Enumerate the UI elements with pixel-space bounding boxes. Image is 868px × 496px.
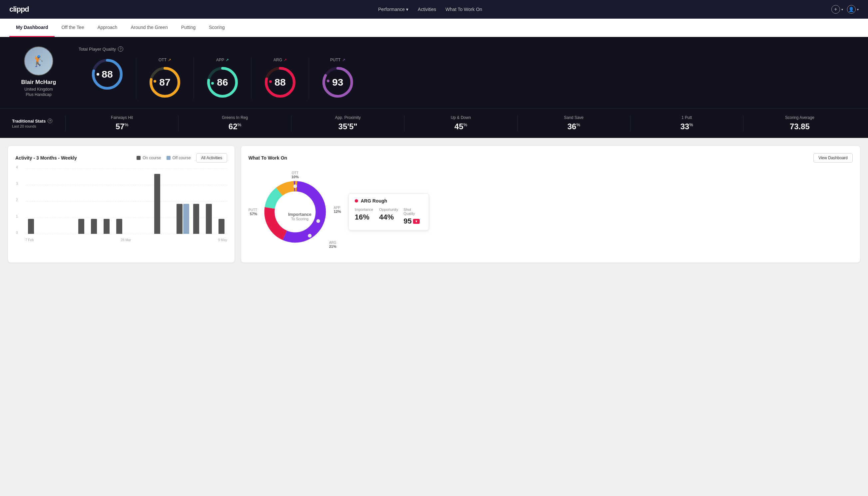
score-value-app: 86 xyxy=(217,77,228,88)
top-navigation: clippd Performance ▾ Activities What To … xyxy=(0,0,868,19)
nav-right-actions: + ▾ 👤 ▾ xyxy=(831,5,859,14)
nav-performance[interactable]: Performance ▾ xyxy=(378,7,408,12)
off-course-dot xyxy=(167,156,171,160)
stat-fairways-hit: Fairways Hit 57% xyxy=(65,115,178,131)
arrow-up-icon: ↗ xyxy=(168,58,171,62)
chevron-down-icon: ▾ xyxy=(406,7,408,12)
tab-around-the-green[interactable]: Around the Green xyxy=(124,19,174,37)
player-country: United Kingdom xyxy=(24,87,53,92)
nav-links: Performance ▾ Activities What To Work On xyxy=(378,7,482,12)
bar-on-course xyxy=(91,219,97,234)
bar-on-course xyxy=(116,219,122,234)
svg-point-19 xyxy=(294,185,297,188)
user-chevron-icon: ▾ xyxy=(857,7,859,11)
activity-card-title: Activity - 3 Months - Weekly xyxy=(15,155,77,160)
hero-section: 🏌️ Blair McHarg United Kingdom Plus Hand… xyxy=(0,37,868,108)
user-button[interactable]: 👤 ▾ xyxy=(847,5,859,14)
stats-sublabel: Last 20 rounds xyxy=(12,124,65,128)
arrow-up-icon-arg: ↗ xyxy=(283,58,287,62)
info-box: ARG Rough Importance 16% Opportunity 44%… xyxy=(348,193,429,231)
score-circle-putt: 93 xyxy=(321,66,354,99)
score-value-ott: 87 xyxy=(159,77,170,88)
nav-what-to-work-on[interactable]: What To Work On xyxy=(446,7,482,12)
help-icon[interactable]: ? xyxy=(118,46,123,52)
logo[interactable]: clippd xyxy=(9,5,29,14)
add-button[interactable]: + ▾ xyxy=(831,5,843,14)
arrow-up-icon-app: ↗ xyxy=(225,58,229,62)
tab-scoring[interactable]: Scoring xyxy=(202,19,231,37)
donut-label-app: APP 12% xyxy=(334,206,341,214)
bar-group xyxy=(76,219,87,234)
svg-point-8 xyxy=(211,82,214,84)
info-opportunity: Opportunity 44% xyxy=(379,207,398,226)
bar-group xyxy=(101,219,112,234)
score-value-overall: 88 xyxy=(101,68,113,80)
tab-my-dashboard[interactable]: My Dashboard xyxy=(9,19,54,37)
info-box-title: ARG Rough xyxy=(355,198,423,203)
bar-on-course xyxy=(206,204,212,234)
bar-group xyxy=(203,204,215,234)
stats-label-group: Traditional Stats ? Last 20 rounds xyxy=(12,119,65,128)
player-handicap: Plus Handicap xyxy=(26,92,51,97)
x-axis-labels: 7 Feb 28 Mar 9 May xyxy=(25,238,227,242)
wtw-card: What To Work On View Dashboard OTT 10% A… xyxy=(241,146,860,263)
stat-scoring-average: Scoring Average 73.85 xyxy=(743,115,856,131)
bar-off-course xyxy=(183,204,189,234)
stats-title: Traditional Stats ? xyxy=(12,119,65,124)
stat-1-putt: 1 Putt 33% xyxy=(630,115,743,131)
down-badge: ▼ xyxy=(413,219,420,224)
info-importance: Importance 16% xyxy=(355,207,374,226)
info-dot xyxy=(355,199,358,203)
wtw-body: OTT 10% APP 12% ARG 21% PUTT 57% xyxy=(249,169,853,255)
bar-on-course xyxy=(28,219,34,234)
add-chevron-icon: ▾ xyxy=(841,7,843,11)
stat-greens-in-reg: Greens In Reg 62% xyxy=(178,115,291,131)
tab-putting[interactable]: Putting xyxy=(175,19,203,37)
score-label-app: APP ↗ xyxy=(216,58,229,62)
donut-chart: OTT 10% APP 12% ARG 21% PUTT 57% xyxy=(249,169,342,255)
score-circle-overall: 88 xyxy=(91,58,124,91)
activity-card-header: Activity - 3 Months - Weekly On course O… xyxy=(15,153,227,162)
nav-activities[interactable]: Activities xyxy=(418,7,436,12)
all-activities-button[interactable]: All Activities xyxy=(196,153,227,162)
bar-on-course xyxy=(154,174,160,234)
svg-point-11 xyxy=(269,80,272,83)
score-label-ott: OTT ↗ xyxy=(159,58,171,62)
tpq-section: Total Player Quality ? 88 xyxy=(79,46,856,99)
bar-on-course xyxy=(104,219,110,234)
on-course-dot xyxy=(137,156,141,160)
score-value-arg: 88 xyxy=(274,77,285,88)
svg-point-14 xyxy=(327,80,329,82)
legend-off-course: Off course xyxy=(167,156,191,160)
bar-on-course xyxy=(219,219,224,234)
stats-help-icon[interactable]: ? xyxy=(48,119,52,123)
bar-group xyxy=(25,219,37,234)
score-ott: OTT ↗ 87 xyxy=(136,58,194,99)
stat-sand-save: Sand Save 36% xyxy=(517,115,630,131)
avatar: 🏌️ xyxy=(24,46,53,76)
main-content: Activity - 3 Months - Weekly On course O… xyxy=(0,138,868,270)
score-circle-ott: 87 xyxy=(148,66,182,99)
tpq-label: Total Player Quality ? xyxy=(79,46,856,52)
stat-app-proximity: App. Proximity 35'5" xyxy=(291,115,404,131)
tab-off-the-tee[interactable]: Off the Tee xyxy=(54,19,91,37)
scores-row: 88 OTT ↗ 87 xyxy=(79,58,856,99)
info-shot-quality: Shot Quality 95 ▼ xyxy=(404,207,423,226)
svg-point-5 xyxy=(154,80,156,83)
stats-row: Traditional Stats ? Last 20 rounds Fairw… xyxy=(0,108,868,138)
arrow-up-icon-putt: ↗ xyxy=(342,58,345,62)
tab-approach[interactable]: Approach xyxy=(91,19,124,37)
bar-group xyxy=(190,204,202,234)
info-metrics: Importance 16% Opportunity 44% Shot Qual… xyxy=(355,207,423,226)
score-circle-arg: 88 xyxy=(264,66,297,99)
svg-point-21 xyxy=(308,234,312,237)
bar-group xyxy=(88,219,99,234)
score-circle-app: 86 xyxy=(206,66,239,99)
bar-on-course xyxy=(176,204,183,234)
score-overall: 88 xyxy=(79,58,136,99)
wtw-card-header: What To Work On View Dashboard xyxy=(249,153,853,162)
bar-chart: 4 3 2 1 0 7 Feb 28 Mar 9 May xyxy=(15,169,227,242)
view-dashboard-button[interactable]: View Dashboard xyxy=(814,153,853,162)
score-label-arg: ARG ↗ xyxy=(273,58,287,62)
score-putt: PUTT ↗ 93 xyxy=(309,58,366,99)
